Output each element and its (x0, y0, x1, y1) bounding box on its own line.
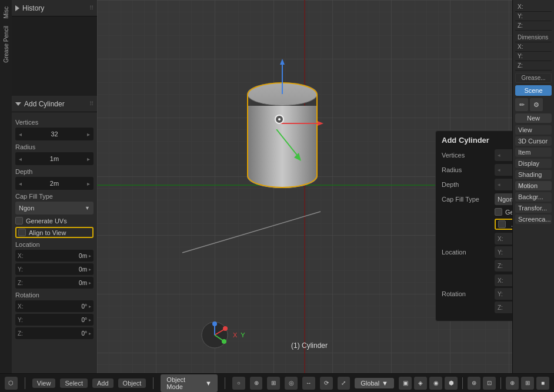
popup-vertices-label: Vertices (442, 152, 495, 159)
depth-right-arrow: ▸ (87, 180, 90, 187)
status-icon-render3[interactable]: ◉ (429, 377, 442, 390)
history-label: History (22, 4, 89, 12)
location-z-axis: Z: (18, 280, 26, 286)
right-new-btn[interactable]: New (515, 113, 552, 123)
status-icon-render4[interactable]: ⬢ (445, 377, 458, 390)
popup-depth-field[interactable]: ◂ 2m ▸ (495, 179, 512, 190)
status-icon-extra1[interactable]: ⊞ (521, 377, 534, 390)
rotation-z-field[interactable]: Z: 0° ▸ (15, 327, 94, 339)
status-icon-xray[interactable]: ⊡ (483, 377, 496, 390)
right-grease-label: Grease... (515, 73, 552, 83)
right-section-view[interactable]: View (515, 125, 552, 135)
right-dim-z: Z: (515, 61, 552, 71)
right-section-3dcursor[interactable]: 3D Cursor (515, 136, 552, 146)
location-y-field[interactable]: Y: 0m ▸ (15, 263, 94, 275)
status-icon-transform[interactable]: ↔ (302, 377, 315, 390)
right-section-background[interactable]: Backgr... (515, 192, 552, 202)
status-select-btn[interactable]: Select (60, 378, 88, 388)
right-section-display[interactable]: Display (515, 159, 552, 168)
popup-align-checkbox[interactable] (498, 220, 506, 228)
location-x-field[interactable]: X: 0m ▸ (15, 250, 94, 262)
right-scene-btn[interactable]: Scene (515, 85, 552, 96)
history-header[interactable]: History ⠿ (12, 0, 97, 16)
right-icon-pencil[interactable]: ✏ (515, 98, 528, 111)
align-to-view-checkbox[interactable] (18, 229, 26, 236)
popup-radius-field[interactable]: ◂ 1m ▸ (495, 164, 512, 176)
popup-location-x[interactable]: X: 0m ▸ (495, 233, 512, 244)
depth-field[interactable]: ◂ 2m ▸ (15, 177, 94, 190)
status-icon-extra2[interactable]: ■ (536, 377, 549, 390)
popup-rotation-y[interactable]: Y: 0° ▸ (495, 288, 512, 300)
generate-uvs-checkbox[interactable] (15, 217, 23, 225)
radius-label: Radius (15, 143, 94, 150)
popup-generate-uvs-checkbox[interactable] (495, 208, 502, 216)
radius-value: 1m (22, 155, 87, 162)
vertices-field[interactable]: ◂ 32 ▸ (15, 128, 94, 140)
location-label: Location (15, 241, 94, 248)
popup-rotation-z[interactable]: Z: 0° ▸ (495, 301, 512, 313)
cap-fill-dropdown[interactable]: Ngon ▼ (15, 202, 94, 215)
right-section-item[interactable]: Item (515, 148, 552, 157)
status-icon-left[interactable]: ⬡ (5, 377, 18, 390)
tab-grease-pencil[interactable]: Grease Pencil (2, 22, 11, 66)
cylinder-label: (1) Cylinder (291, 341, 328, 350)
add-cylinder-panel: Add Cylinder ⠿ Vertices ◂ 32 ▸ Radius ◂ … (12, 96, 97, 344)
status-object-btn[interactable]: Object (118, 378, 146, 388)
status-icon-render1[interactable]: ▣ (399, 377, 412, 390)
svg-marker-6 (280, 59, 285, 65)
history-expand-icon (15, 5, 19, 11)
rotation-y-arrow: ▸ (89, 317, 91, 323)
popup-rot-y-axis: Y: (498, 291, 505, 297)
popup-cap-fill-dropdown[interactable]: Ngon ▼ (495, 193, 512, 205)
viewport-nav-gizmo[interactable]: X Y (200, 320, 245, 350)
right-section-transform[interactable]: Transfor... (515, 203, 552, 213)
coord-system-btn[interactable]: Global ▼ (355, 378, 394, 388)
add-cylinder-header[interactable]: Add Cylinder ⠿ (12, 96, 97, 112)
popup-generate-uvs-row[interactable]: Generate UVs (442, 208, 512, 216)
left-tabs: Misc Grease Pencil (0, 0, 12, 373)
location-z-field[interactable]: Z: 0m ▸ (15, 277, 94, 289)
status-add-btn[interactable]: Add (92, 378, 114, 388)
right-section-screencast[interactable]: Screenca... (515, 215, 552, 224)
align-to-view-highlighted[interactable]: Align to View (15, 227, 94, 238)
right-section-shading[interactable]: Shading (515, 170, 552, 179)
popup-location-y[interactable]: Y: 0m ▸ (495, 246, 512, 258)
status-icon-render2[interactable]: ◈ (414, 377, 427, 390)
popup-loc-x-axis: X: (498, 236, 505, 242)
rotation-z-axis: Z: (18, 330, 26, 337)
viewport[interactable]: X Y (1) Cylinder Add Cylinder Vertices ◂… (97, 0, 512, 373)
radius-field[interactable]: ◂ 1m ▸ (15, 152, 94, 165)
right-top-z: Z: (515, 21, 552, 31)
popup-align-label: Align to View (512, 221, 512, 228)
status-icon-cursor[interactable]: ⊕ (250, 377, 263, 390)
popup-location-row: Location X: 0m ▸ Y: 0m ▸ Z: 0m ▸ (442, 233, 512, 272)
generate-uvs-row[interactable]: Generate UVs (15, 217, 94, 225)
right-section-motion[interactable]: Motion (515, 181, 552, 190)
rotation-x-field[interactable]: X: 0° ▸ (15, 300, 94, 312)
popup-rot-x-axis: X: (498, 277, 505, 284)
tab-misc[interactable]: Misc (2, 3, 11, 22)
panel-expand-icon (15, 102, 21, 106)
popup-align-to-view-highlighted[interactable]: Align to View (442, 219, 512, 230)
status-view-btn[interactable]: View (32, 378, 56, 388)
right-top-x: X: (515, 2, 552, 12)
popup-vertices-row: Vertices ◂ 32 ▸ (442, 149, 512, 161)
object-mode-btn[interactable]: Object Mode ▼ (161, 374, 218, 392)
right-icon-settings[interactable]: ⚙ (530, 98, 543, 111)
popup-rotation-x[interactable]: X: 0° ▸ (495, 274, 512, 286)
status-icon-sphere[interactable]: ○ (232, 377, 245, 390)
status-icon-overlay[interactable]: ⊛ (468, 377, 480, 390)
nav-gizmo-svg (200, 320, 229, 350)
status-icon-transform2[interactable]: ⟳ (320, 377, 333, 390)
popup-vertices-field[interactable]: ◂ 32 ▸ (495, 149, 512, 161)
coord-system-arrow: ▼ (382, 380, 388, 387)
status-icon-snap[interactable]: ⊞ (267, 377, 280, 390)
status-icon-proportional[interactable]: ◎ (285, 377, 298, 390)
status-icon-scale[interactable]: ⤢ (338, 377, 351, 390)
rotation-x-value: 0° (26, 303, 87, 310)
status-icon-gizmo[interactable]: ⊕ (506, 377, 519, 390)
rotation-y-field[interactable]: Y: 0° ▸ (15, 314, 94, 326)
popup-location-z[interactable]: Z: 0m ▸ (495, 260, 512, 272)
popup-align-box[interactable]: Align to View (495, 219, 512, 230)
rotation-label: Rotation (15, 292, 94, 299)
